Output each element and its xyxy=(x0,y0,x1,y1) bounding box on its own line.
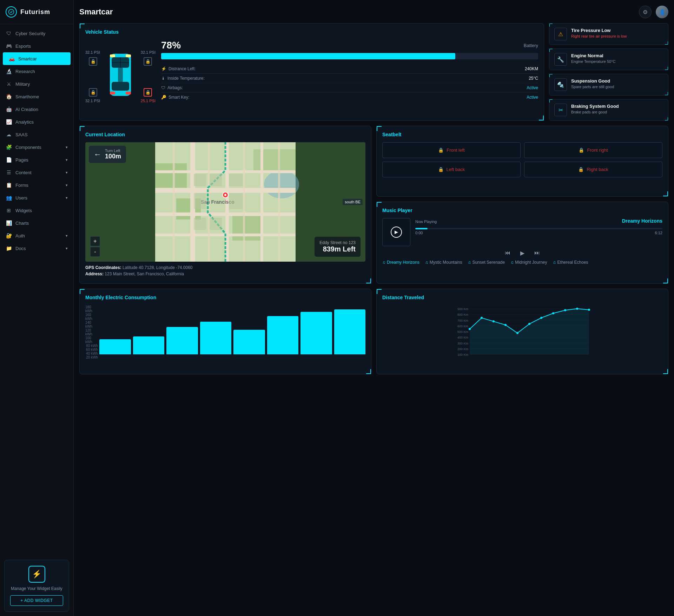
alert-card-tire-pressure: ⚠ Tire Pressure Low Right rear tire air … xyxy=(549,23,668,45)
alert-desc-tire-pressure: Right rear tire air pressure is low xyxy=(571,34,627,38)
logo-icon xyxy=(6,6,17,18)
previous-button[interactable]: ⏮ xyxy=(505,250,510,256)
nav-label-smarthome: Smarthome xyxy=(15,94,39,99)
battery-bar-fill xyxy=(161,53,455,59)
seatbelt-title: Seatbelt xyxy=(382,132,662,137)
zoom-in-button[interactable]: + xyxy=(90,236,100,246)
bar-Jan[interactable] xyxy=(99,339,131,354)
next-button[interactable]: ⏭ xyxy=(534,250,540,256)
sidebar-item-forms[interactable]: 📋 Forms ▾ xyxy=(0,179,73,191)
svg-rect-7 xyxy=(110,54,115,57)
logo: Futurism xyxy=(0,0,73,24)
sidebar-item-auth[interactable]: 🔐 Auth ▾ xyxy=(0,229,73,242)
sidebar-item-content[interactable]: ☰ Content ▾ xyxy=(0,166,73,179)
nav-label-saas: SAAS xyxy=(15,132,28,137)
svg-point-63 xyxy=(552,312,554,314)
bar-May[interactable] xyxy=(233,330,265,354)
svg-text:500 Km: 500 Km xyxy=(457,330,468,334)
album-art[interactable]: ▶ xyxy=(382,218,410,246)
sidebar-item-charts[interactable]: 📊 Charts xyxy=(0,217,73,229)
nav-icon-smartcar: 🚗 xyxy=(8,56,15,61)
svg-rect-3 xyxy=(112,82,129,91)
sidebar-item-users[interactable]: 👥 Users ▾ xyxy=(0,191,73,204)
sidebar-item-smartcar[interactable]: 🚗 Smartcar xyxy=(3,52,71,65)
bar-Apr[interactable] xyxy=(200,322,232,354)
nav-icon-esports: 🎮 xyxy=(6,43,12,49)
sidebar-item-pages[interactable]: 📄 Pages ▾ xyxy=(0,153,73,166)
alert-icon-braking: ✂ xyxy=(554,104,567,116)
svg-text:400 Km: 400 Km xyxy=(457,336,468,339)
bar-Aug[interactable] xyxy=(334,309,366,354)
sidebar-item-saas[interactable]: ☁ SAAS xyxy=(0,128,73,141)
sidebar-item-military[interactable]: ⚔ Military xyxy=(0,78,73,90)
player-info: Now Playing Dreamy Horizons 0:00 6:12 xyxy=(415,218,662,235)
alert-desc-braking: Brake pads are good xyxy=(571,110,619,114)
seat-btn-left-back[interactable]: 🔒 Left back xyxy=(382,162,521,177)
nav-label-docs: Docs xyxy=(15,246,26,251)
seat-btn-front-right[interactable]: 🔒 Front right xyxy=(524,142,662,158)
tire-fr-icon: 🔒 xyxy=(144,57,152,66)
sidebar-item-esports[interactable]: 🎮 Esports xyxy=(0,40,73,52)
avatar[interactable]: 👤 xyxy=(656,6,668,18)
sidebar-item-ai-creation[interactable]: 🤖 AI Creation xyxy=(0,103,73,116)
bottom-section: Monthly Electric Consumption 180 kWh160 … xyxy=(79,289,668,374)
battery-bar-bg xyxy=(161,53,538,59)
sidebar-item-research[interactable]: 🔬 Research xyxy=(0,65,73,78)
add-widget-button[interactable]: + ADD WIDGET xyxy=(10,595,63,606)
playlist-item-midnight[interactable]: ♫Midnight Journey xyxy=(510,260,547,265)
playlist: ♫Dreamy Horizons♫Mystic Mountains♫Sunset… xyxy=(382,260,662,265)
svg-rect-31 xyxy=(194,193,206,209)
progress-bar[interactable] xyxy=(415,228,662,229)
address-full: Address: 123 Main Street, San Francisco,… xyxy=(85,271,365,276)
vehicle-stats: ⚡Distrance Left: 240KM 🌡Inside Temperatu… xyxy=(161,64,538,102)
nav-icon-saas: ☁ xyxy=(6,132,12,137)
sidebar-item-components[interactable]: 🧩 Components ▾ xyxy=(0,141,73,153)
seat-btn-front-left[interactable]: 🔒 Front left xyxy=(382,142,521,158)
bar-Feb[interactable] xyxy=(133,336,165,354)
sidebar-item-widgets[interactable]: ⊞ Widgets xyxy=(0,204,73,217)
bar-Jun[interactable] xyxy=(267,316,299,354)
alert-card-braking: ✂ Braking System Good Brake pads are goo… xyxy=(549,99,668,121)
bar-Jul[interactable] xyxy=(300,312,332,354)
nav-arrow-content: ▾ xyxy=(66,170,68,175)
alerts-column: ⚠ Tire Pressure Low Right rear tire air … xyxy=(549,23,668,121)
nav-icon-pages: 📄 xyxy=(6,157,12,163)
svg-rect-34 xyxy=(194,218,206,230)
svg-point-56 xyxy=(469,328,471,330)
sidebar-item-analytics[interactable]: 📈 Analytics xyxy=(0,116,73,128)
top-section: Vehicle Status 32.1 PSI 32.1 PSI 32.1 PS… xyxy=(79,23,668,121)
alert-desc-engine: Engine Temperature 50°C xyxy=(571,59,616,64)
play-button[interactable]: ▶ xyxy=(391,227,402,238)
time-total: 6:12 xyxy=(655,231,662,235)
car-diagram: 32.1 PSI 32.1 PSI 32.1 PSI 25.1 PSI 🔒 🔒 … xyxy=(85,40,156,110)
nav-label-research: Research xyxy=(15,69,35,74)
alert-title-engine: Engine Normal xyxy=(571,53,616,58)
widget-icon: ⚡ xyxy=(28,566,45,583)
svg-rect-26 xyxy=(243,142,245,262)
nav-label-widgets: Widgets xyxy=(15,208,32,213)
nav-label-cyber-security: Cyber Security xyxy=(15,31,45,36)
mid-section: Seatbelt 🔒 Front left🔒 Front right🔒 Left… xyxy=(79,126,668,284)
playlist-item-sunset[interactable]: ♫Sunset Serenade xyxy=(468,260,505,265)
settings-button[interactable]: ⚙ xyxy=(639,6,652,18)
seat-btn-right-back[interactable]: 🔒 Right back xyxy=(524,162,662,177)
sidebar-item-docs[interactable]: 📁 Docs ▾ xyxy=(0,242,73,255)
main-content: Smartcar ⚙ 👤 Vehicle Status 32.1 PSI 32.… xyxy=(74,0,674,616)
playlist-item-ethereal[interactable]: ♫Ethereal Echoes xyxy=(553,260,588,265)
svg-point-66 xyxy=(588,309,590,311)
nav-icon-smarthome: 🏠 xyxy=(6,94,12,99)
sidebar-nav: 🛡 Cyber Security 🎮 Esports 🚗 Smartcar 🔬 … xyxy=(0,24,73,556)
playlist-item-dreamy[interactable]: ♫Dreamy Horizons xyxy=(382,260,419,265)
nav-arrow-docs: ▾ xyxy=(66,246,68,251)
svg-rect-32 xyxy=(229,174,243,186)
sidebar-item-cyber-security[interactable]: 🛡 Cyber Security xyxy=(0,27,73,40)
playlist-item-mystic[interactable]: ♫Mystic Mountains xyxy=(425,260,462,265)
nav-arrow-users: ▾ xyxy=(66,196,68,200)
zoom-out-button[interactable]: - xyxy=(90,247,100,257)
nav-label-auth: Auth xyxy=(15,233,25,238)
bar-Mar[interactable] xyxy=(166,327,198,354)
svg-text:600 Km: 600 Km xyxy=(457,325,468,328)
play-pause-button[interactable]: ▶ xyxy=(520,250,524,256)
alert-title-tire-pressure: Tire Pressure Low xyxy=(571,28,627,33)
sidebar-item-smarthome[interactable]: 🏠 Smarthome xyxy=(0,90,73,103)
